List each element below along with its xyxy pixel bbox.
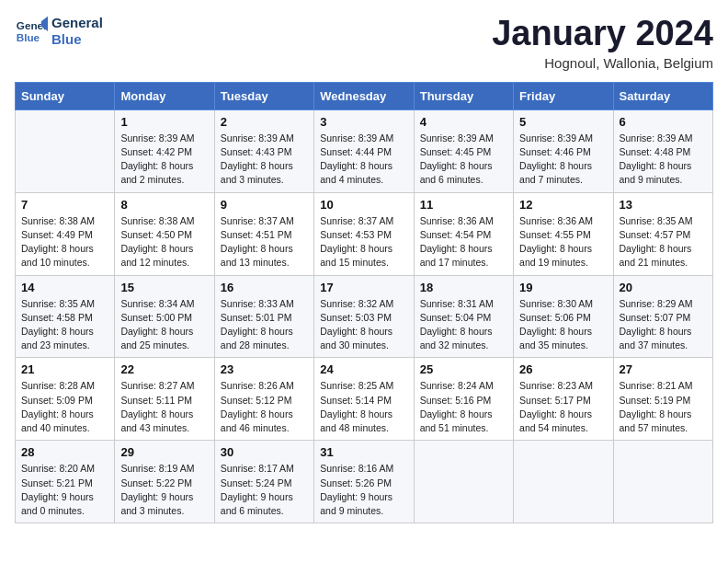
day-detail: Sunrise: 8:37 AMSunset: 4:51 PMDaylight:… [221,214,308,270]
calendar-body: 1Sunrise: 8:39 AMSunset: 4:42 PMDaylight… [16,109,713,523]
day-number: 5 [519,115,607,129]
svg-text:Blue: Blue [17,31,40,43]
day-cell: 11Sunrise: 8:36 AMSunset: 4:54 PMDayligh… [414,192,513,275]
day-detail: Sunrise: 8:37 AMSunset: 4:53 PMDaylight:… [320,214,407,270]
day-number: 4 [420,115,507,129]
week-row-1: 1Sunrise: 8:39 AMSunset: 4:42 PMDaylight… [16,109,713,192]
day-number: 29 [120,445,208,459]
logo-text-blue: Blue [51,31,103,48]
title-block: January 2024 Hognoul, Wallonia, Belgium [492,15,713,71]
header-row: SundayMondayTuesdayWednesdayThursdayFrid… [16,82,713,109]
day-detail: Sunrise: 8:39 AMSunset: 4:45 PMDaylight:… [420,132,507,188]
location-subtitle: Hognoul, Wallonia, Belgium [492,55,713,71]
day-detail: Sunrise: 8:30 AMSunset: 5:06 PMDaylight:… [519,297,607,353]
day-cell: 3Sunrise: 8:39 AMSunset: 4:44 PMDaylight… [314,109,414,192]
day-cell: 20Sunrise: 8:29 AMSunset: 5:07 PMDayligh… [613,275,712,358]
day-number: 11 [420,198,507,212]
day-cell: 2Sunrise: 8:39 AMSunset: 4:43 PMDaylight… [214,109,313,192]
day-cell: 23Sunrise: 8:26 AMSunset: 5:12 PMDayligh… [214,358,313,441]
day-cell: 7Sunrise: 8:38 AMSunset: 4:49 PMDaylight… [16,192,115,275]
day-cell: 12Sunrise: 8:36 AMSunset: 4:55 PMDayligh… [514,192,613,275]
day-number: 12 [519,198,607,212]
day-number: 30 [221,445,308,459]
day-detail: Sunrise: 8:39 AMSunset: 4:43 PMDaylight:… [221,132,308,188]
day-detail: Sunrise: 8:26 AMSunset: 5:12 PMDaylight:… [221,379,308,435]
day-number: 2 [221,115,308,129]
day-number: 15 [120,281,208,294]
day-detail: Sunrise: 8:19 AMSunset: 5:22 PMDaylight:… [120,462,208,518]
header-cell-thursday: Thursday [414,82,513,109]
day-number: 6 [620,115,707,129]
day-number: 28 [21,445,108,459]
day-cell: 18Sunrise: 8:31 AMSunset: 5:04 PMDayligh… [414,275,513,358]
week-row-2: 7Sunrise: 8:38 AMSunset: 4:49 PMDaylight… [16,192,713,275]
week-row-3: 14Sunrise: 8:35 AMSunset: 4:58 PMDayligh… [16,275,713,358]
day-detail: Sunrise: 8:25 AMSunset: 5:14 PMDaylight:… [320,379,407,435]
day-number: 19 [519,281,607,294]
day-detail: Sunrise: 8:35 AMSunset: 4:57 PMDaylight:… [620,214,707,270]
day-cell: 13Sunrise: 8:35 AMSunset: 4:57 PMDayligh… [613,192,712,275]
day-number: 20 [620,281,707,294]
header-cell-saturday: Saturday [613,82,712,109]
day-cell: 14Sunrise: 8:35 AMSunset: 4:58 PMDayligh… [16,275,115,358]
day-number: 9 [221,198,308,212]
day-number: 3 [320,115,407,129]
day-number: 26 [519,362,607,376]
day-detail: Sunrise: 8:24 AMSunset: 5:16 PMDaylight:… [420,379,507,435]
day-number: 22 [120,362,208,376]
day-cell: 27Sunrise: 8:21 AMSunset: 5:19 PMDayligh… [613,358,712,441]
header-cell-monday: Monday [115,82,214,109]
day-number: 7 [21,198,108,212]
day-cell: 31Sunrise: 8:16 AMSunset: 5:26 PMDayligh… [314,441,414,523]
day-cell: 5Sunrise: 8:39 AMSunset: 4:46 PMDaylight… [514,109,613,192]
logo-text-general: General [51,15,103,31]
day-number: 27 [620,362,707,376]
page-header: General Blue General Blue January 2024 H… [15,15,713,71]
day-detail: Sunrise: 8:29 AMSunset: 5:07 PMDaylight:… [620,297,707,353]
day-number: 13 [620,198,707,212]
day-cell: 29Sunrise: 8:19 AMSunset: 5:22 PMDayligh… [115,441,214,523]
day-number: 10 [320,198,407,212]
week-row-4: 21Sunrise: 8:28 AMSunset: 5:09 PMDayligh… [16,358,713,441]
day-cell: 8Sunrise: 8:38 AMSunset: 4:50 PMDaylight… [115,192,214,275]
day-detail: Sunrise: 8:33 AMSunset: 5:01 PMDaylight:… [221,297,308,353]
day-detail: Sunrise: 8:34 AMSunset: 5:00 PMDaylight:… [120,297,208,353]
day-cell: 6Sunrise: 8:39 AMSunset: 4:48 PMDaylight… [613,109,712,192]
header-cell-friday: Friday [514,82,613,109]
day-number: 21 [21,362,108,376]
day-detail: Sunrise: 8:20 AMSunset: 5:21 PMDaylight:… [21,462,108,518]
day-detail: Sunrise: 8:27 AMSunset: 5:11 PMDaylight:… [120,379,208,435]
day-number: 23 [221,362,308,376]
day-number: 16 [221,281,308,294]
day-detail: Sunrise: 8:23 AMSunset: 5:17 PMDaylight:… [519,379,607,435]
day-number: 18 [420,281,507,294]
day-detail: Sunrise: 8:38 AMSunset: 4:49 PMDaylight:… [21,214,108,270]
day-detail: Sunrise: 8:39 AMSunset: 4:48 PMDaylight:… [620,132,707,188]
day-cell: 17Sunrise: 8:32 AMSunset: 5:03 PMDayligh… [314,275,414,358]
day-cell [514,441,613,523]
day-cell: 26Sunrise: 8:23 AMSunset: 5:17 PMDayligh… [514,358,613,441]
day-number: 17 [320,281,407,294]
day-number: 14 [21,281,108,294]
day-detail: Sunrise: 8:36 AMSunset: 4:55 PMDaylight:… [519,214,607,270]
day-detail: Sunrise: 8:36 AMSunset: 4:54 PMDaylight:… [420,214,507,270]
day-number: 1 [120,115,208,129]
header-cell-tuesday: Tuesday [214,82,313,109]
day-detail: Sunrise: 8:16 AMSunset: 5:26 PMDaylight:… [320,462,407,518]
day-detail: Sunrise: 8:32 AMSunset: 5:03 PMDaylight:… [320,297,407,353]
day-cell [16,109,115,192]
day-cell: 4Sunrise: 8:39 AMSunset: 4:45 PMDaylight… [414,109,513,192]
header-cell-wednesday: Wednesday [314,82,414,109]
day-detail: Sunrise: 8:21 AMSunset: 5:19 PMDaylight:… [620,379,707,435]
day-cell: 15Sunrise: 8:34 AMSunset: 5:00 PMDayligh… [115,275,214,358]
day-detail: Sunrise: 8:28 AMSunset: 5:09 PMDaylight:… [21,379,108,435]
day-detail: Sunrise: 8:39 AMSunset: 4:46 PMDaylight:… [519,132,607,188]
day-detail: Sunrise: 8:17 AMSunset: 5:24 PMDaylight:… [221,462,308,518]
day-cell: 1Sunrise: 8:39 AMSunset: 4:42 PMDaylight… [115,109,214,192]
month-title: January 2024 [492,15,713,53]
day-detail: Sunrise: 8:39 AMSunset: 4:42 PMDaylight:… [120,132,208,188]
logo: General Blue General Blue [15,15,103,48]
day-detail: Sunrise: 8:31 AMSunset: 5:04 PMDaylight:… [420,297,507,353]
day-cell: 24Sunrise: 8:25 AMSunset: 5:14 PMDayligh… [314,358,414,441]
day-cell: 10Sunrise: 8:37 AMSunset: 4:53 PMDayligh… [314,192,414,275]
